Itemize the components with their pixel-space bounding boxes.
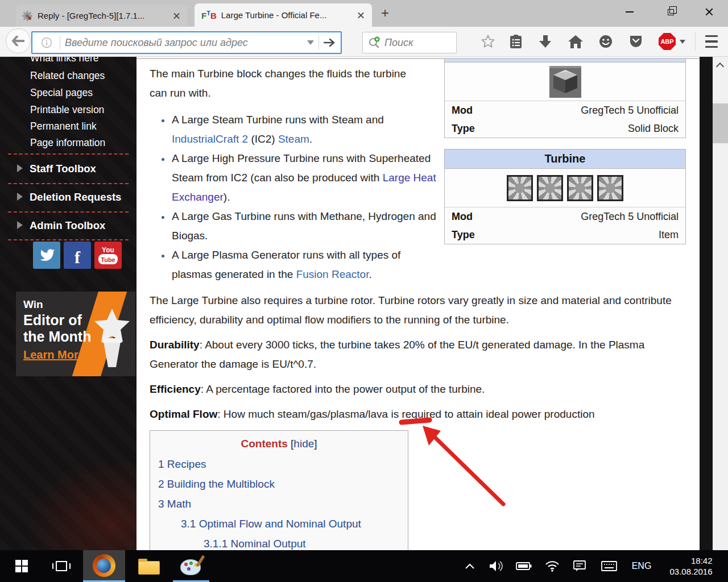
toc-link-building-multiblock[interactable]: 2 Building the Multiblock: [158, 478, 275, 490]
page-viewport: What links here Related changes Special …: [0, 57, 728, 550]
infobox-image-row: [445, 169, 685, 207]
adblock-plus-icon[interactable]: ABP: [659, 33, 676, 50]
turbine-rotor-icon[interactable]: [537, 175, 563, 201]
article-content: The main Turbine block changes the fluid…: [136, 57, 700, 550]
taskbar-paint-button[interactable]: [173, 550, 209, 582]
tab-close-icon[interactable]: [355, 9, 367, 22]
turbine-rotor-icon[interactable]: [597, 175, 623, 201]
ftb-favicon-icon: FTB: [201, 10, 217, 21]
paint-icon: [180, 556, 202, 575]
pocket-icon[interactable]: [627, 33, 644, 50]
scrollbar-thumb[interactable]: [713, 103, 728, 143]
language-indicator[interactable]: ENG: [627, 550, 656, 582]
tab-title: Large Turbine - Official Fe...: [221, 10, 350, 20]
sidebar-item-printable-version[interactable]: Printable version: [30, 104, 104, 116]
touch-keyboard-button[interactable]: [596, 550, 622, 582]
wiki-link[interactable]: Steam: [278, 133, 309, 145]
adblock-dropdown-icon[interactable]: [678, 33, 687, 50]
text-run: .: [369, 268, 371, 280]
downloads-icon[interactable]: [537, 33, 554, 50]
taskbar-explorer-button[interactable]: [130, 550, 167, 582]
facebook-icon[interactable]: f: [64, 242, 91, 269]
start-button[interactable]: [6, 550, 38, 582]
turbine-rotor-icon[interactable]: [507, 175, 533, 201]
vertical-scrollbar[interactable]: [713, 57, 728, 550]
turbine-rotor-icon[interactable]: [567, 175, 593, 201]
fluid-bullet-list: A Large Steam Turbine runs with Steam an…: [150, 110, 437, 284]
site-info-icon[interactable]: [38, 34, 55, 51]
tab-wiki-active[interactable]: FTB Large Turbine - Official Fe...: [195, 3, 372, 27]
taskbar-firefox-button[interactable]: [83, 550, 125, 582]
window-minimize-button[interactable]: [613, 0, 646, 24]
feedback-smiley-icon[interactable]: [597, 33, 614, 50]
battery-button[interactable]: [512, 550, 536, 582]
wiki-link[interactable]: Fusion Reactor: [296, 268, 369, 280]
address-input[interactable]: Введите поисковый запрос или адрес: [65, 37, 307, 49]
wiki-link[interactable]: IndustrialCraft 2: [172, 133, 248, 145]
sidebar-item-permanent-link[interactable]: Permanent link: [30, 120, 97, 132]
ad-learn-more-link[interactable]: Learn More: [23, 348, 85, 361]
address-bar[interactable]: Введите поисковый запрос или адрес: [31, 31, 342, 54]
bullet-hp-turbine: A Large High Pressure Turbine runs with …: [171, 149, 437, 207]
new-tab-button[interactable]: +: [379, 7, 391, 20]
youtube-icon[interactable]: You Tube: [94, 242, 122, 269]
infobox-header-clipped: [445, 59, 685, 63]
menu-hamburger-icon[interactable]: [703, 33, 720, 50]
ad-text: the Month: [23, 329, 91, 345]
ad-banner[interactable]: Win Editor of the Month Learn More: [16, 292, 135, 376]
action-center-button[interactable]: [568, 550, 592, 582]
ad-text: Win: [23, 298, 43, 311]
sidebar-divider: [8, 153, 129, 155]
bullet-plasma-generator: A Large Plasma Generator runs with all t…: [171, 246, 437, 284]
reading-list-icon[interactable]: [507, 33, 524, 50]
back-button[interactable]: [6, 28, 31, 53]
sidebar-item-what-links-here[interactable]: What links here: [30, 57, 99, 64]
sidebar-divider: [8, 183, 129, 184]
go-arrow-icon[interactable]: [324, 38, 335, 47]
sidebar-divider: [8, 211, 129, 213]
sidebar-item-related-changes[interactable]: Related changes: [30, 70, 105, 82]
toc-link-optimal-flow[interactable]: 3.1 Optimal Flow and Nominal Output: [181, 518, 361, 530]
scrollbar-up-icon[interactable]: [716, 63, 724, 70]
tab-forum-thread[interactable]: Reply - [GregTech-5][1.7.1...: [16, 5, 188, 27]
sidebar-section-admin-toolbox[interactable]: Admin Toolbox: [17, 219, 105, 232]
sidebar-item-special-pages[interactable]: Special pages: [30, 87, 93, 99]
window-close-button[interactable]: [693, 0, 726, 24]
divider: [695, 32, 696, 51]
clock-time: 18:42: [669, 555, 712, 566]
contents-hide-link[interactable]: hide: [293, 438, 314, 450]
sidebar-section-deletion-requests[interactable]: Deletion Requests: [17, 191, 121, 203]
tab-close-icon[interactable]: [171, 10, 183, 22]
intro-paragraph: The main Turbine block changes the fluid…: [150, 64, 417, 103]
toc-link-math[interactable]: 3 Math: [158, 498, 191, 510]
divider: [318, 36, 319, 49]
notification-icon: [573, 560, 586, 572]
search-box[interactable]: Поиск: [362, 32, 457, 53]
divider: [60, 36, 60, 49]
tray-expand-button[interactable]: [460, 550, 480, 582]
address-dropdown-icon[interactable]: [307, 40, 314, 45]
text-run: .: [309, 133, 312, 145]
task-view-button[interactable]: [46, 550, 77, 582]
battery-icon: [516, 562, 532, 571]
bookmark-star-icon[interactable]: [479, 33, 497, 50]
volume-button[interactable]: [485, 550, 507, 582]
twitter-icon[interactable]: [33, 242, 60, 269]
toc-link-nominal-output[interactable]: 3.1.1 Nominal Output: [204, 538, 306, 550]
optimal-flow-paragraph: Optimal Flow: How much steam/gas/plasma/…: [150, 405, 696, 424]
search-input[interactable]: Поиск: [384, 37, 413, 49]
sidebar-divider: [8, 239, 129, 240]
clock[interactable]: 18:4203.08.2016: [659, 550, 723, 582]
wifi-button[interactable]: [540, 550, 564, 582]
text-run: (IC2): [248, 133, 278, 145]
window-restore-button[interactable]: [654, 0, 687, 24]
machine-block-icon[interactable]: [549, 65, 582, 98]
toc-link-recipes[interactable]: 1 Recipes: [158, 458, 206, 470]
sidebar-item-page-information[interactable]: Page information: [30, 137, 105, 149]
sidebar-section-staff-toolbox[interactable]: Staff Toolbox: [17, 163, 96, 175]
efficiency-paragraph: Efficiency: A percentage factored into t…: [150, 380, 690, 399]
chevron-right-icon: [17, 193, 23, 201]
home-icon[interactable]: [567, 33, 584, 50]
rotor-paragraph: The Large Turbine also requires a turbin…: [150, 291, 690, 330]
text-run: ).: [224, 191, 230, 203]
